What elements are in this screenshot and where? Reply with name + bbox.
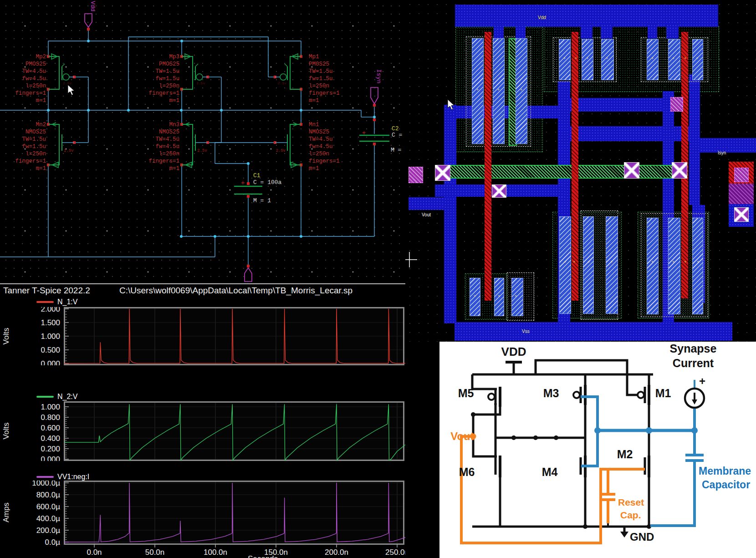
transistor-label-line: m=1 [309,165,319,172]
y-tick-label: 1.000 [41,403,60,411]
contact-mark: + [651,260,654,264]
contact-mark: + [520,87,522,92]
layout-shape-pcon [670,97,683,112]
layout-shape-fin [583,216,594,314]
contact-mark: + [498,294,500,298]
layout-shape-lb [455,5,718,27]
gnd-label: GND [630,531,654,543]
cap-name: C1 [253,172,261,179]
transistor-label-line: fingers=1 [309,90,340,97]
contact-mark: + [586,56,588,61]
layout-shape-pcon [734,168,749,182]
contact-mark: + [575,56,577,61]
layout-shape-fin [606,216,618,314]
y-tick-label: 1.500 [41,318,60,327]
plot-vv1[interactable]: 1000.0µ800.0µ600.0µ400.0µ200.0µ0.0µ0.0n5… [0,481,405,558]
cap-plus: + [241,179,245,187]
pmos-gate-circles [488,392,644,400]
layout-shape-pcon [409,167,423,183]
membrane-label-2: Capacitor [702,479,750,491]
legend-swatch-purple [36,476,54,478]
isyn-port-label: Isyn [375,69,382,83]
y-tick-label: 400.0µ [36,514,61,523]
cap-plus: + [362,129,366,137]
synapse-label-1: Synapse [670,342,717,355]
y-tick-label: 0.0µ [45,538,61,547]
crosshair-cursor [405,252,417,267]
layout-vss-label: Vss [522,329,530,334]
contact-mark: + [696,56,698,61]
transistor-labels: Mp2PMOS25TW=4.5ufw=4.5ul=250nfingers=1m=… [15,54,339,172]
transistor-label-line: fw=1.5u [309,76,333,82]
layout-shape-lb [494,25,504,39]
vdd-port-icon [85,14,92,27]
transistor-label-line: NMOS25 [159,129,179,135]
transistor-label-line: Mp1 [309,54,319,60]
vdd-port-label: Vdd [89,1,96,11]
vdd-label: VDD [501,345,526,358]
neuron-circuit-svg: VDD M5 M3 M1 M6 M4 M2 Synapse Current + … [439,342,756,558]
gnd-icon [620,532,628,538]
layout-shape-lb [689,74,700,205]
y-tick-label: 0.000 [41,455,60,461]
transistor-label-line: l=250n [309,151,329,157]
layout-shape-xcon [672,162,687,179]
layout-shape-gbar [435,165,687,179]
layout-shape-xcon [435,165,450,181]
transistor-label-line: Mn1 [309,122,319,128]
transistor-label-line: TW=4.5u [309,136,333,143]
cap-value: C = 100a [253,179,282,186]
contact-mark: + [573,260,575,264]
legend-label: N_2:V [57,393,77,401]
x-tick-label: 0.0n [87,548,102,557]
contact-mark: + [610,260,613,264]
layout-shape-lb [569,98,670,112]
transistor-label-line: l=250n [159,151,179,157]
layout-vout-label: Vout [422,212,431,217]
transistor-label-line: m=1 [169,97,179,104]
tspice-waveform-window[interactable]: Tanner T-Spice 2022.2 C:\Users\wolf0069\… [0,283,405,558]
m5-label: M5 [458,387,474,399]
m3-label: M3 [543,387,559,399]
transistor-label-line: m=1 [169,165,179,172]
transistor-label-line: Mp3 [169,54,179,60]
membrane-label-1: Membrane [699,465,751,477]
y-tick-label: 2.000 [41,307,60,313]
contact-mark: + [476,87,479,92]
legend-label: N_1:V [57,298,77,306]
title-bar[interactable]: Tanner T-Spice 2022.2 C:\Users\wolf0069\… [0,284,405,297]
plot-n1[interactable]: 2.0001.5001.0000.5000.000 [0,307,405,365]
mouse-cursor-icon [447,99,457,111]
layout-editor-canvas[interactable]: ++++++++++++++++++++++ Vdd Vss Isyn Vout [405,0,756,342]
layout-shape-pol [485,32,491,301]
layout-shape-fin [692,218,703,314]
contact-mark: + [684,260,686,264]
transistor-label-line: Mn3 [169,122,179,128]
y-tick-label: 0.400 [41,434,60,443]
layout-shape-xcon [734,207,749,222]
gate-voltage-note: 2.5v [278,81,286,85]
x-tick-label: 200.0n [325,548,348,557]
contact-mark: + [564,260,566,264]
transistor-label-line: l=250n [309,83,329,89]
m2-label: M2 [617,448,633,461]
m1-label: M1 [655,387,671,399]
y-tick-label: 0.200 [41,445,60,453]
transistor-label-line: m=1 [36,165,46,172]
transistor-label-line: fingers=1 [309,158,340,164]
schematic-editor-canvas[interactable]: Mp2PMOS25TW=4.5ufw=4.5ul=250nfingers=1m=… [0,0,405,283]
contact-mark: + [497,87,500,92]
app-title: Tanner T-Spice 2022.2 [3,286,90,296]
transistor-label-line: NMOS25 [26,129,46,135]
contact-mark: + [697,260,699,264]
vss-port-icon [245,268,252,282]
layout-shape-fin [668,218,680,314]
layout-shape-fin [511,278,523,316]
plot-n2[interactable]: 1.0000.8000.6000.4000.2000.000 [0,401,405,461]
x-tick-label: 250.0n [385,548,405,557]
file-path: C:\Users\wolf0069\AppData\Local\Temp\TB_… [119,286,352,296]
y-tick-label: 0.000 [41,359,60,365]
cap-name: C2 [392,125,399,132]
contact-mark: + [672,260,674,264]
layout-shape-lb [648,24,657,39]
